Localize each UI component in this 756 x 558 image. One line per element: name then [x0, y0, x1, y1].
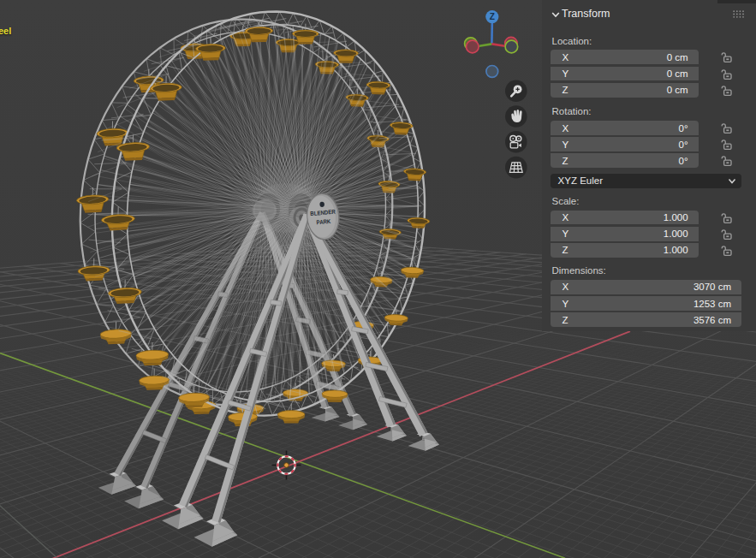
svg-text:Z: Z	[490, 12, 495, 21]
svg-text:PARK: PARK	[316, 217, 331, 225]
